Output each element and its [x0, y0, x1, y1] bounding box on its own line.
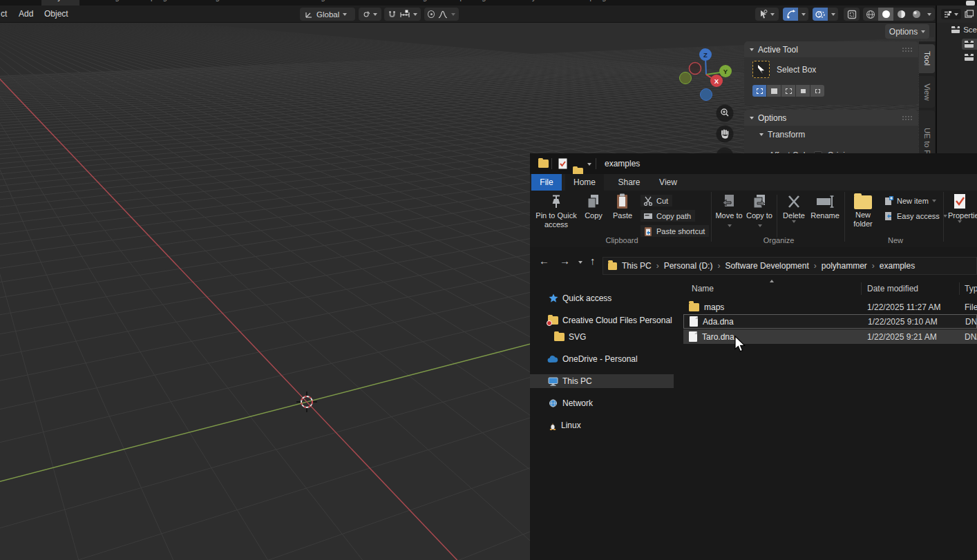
workspace-tab-uv-editing[interactable]: UV Editing	[176, 0, 227, 6]
copy-button[interactable]: Copy	[580, 193, 607, 220]
workspace-tab-texture-paint[interactable]: Texture Paint	[229, 0, 288, 6]
pivot-point-dropdown[interactable]	[359, 8, 381, 21]
column-header-date-modified[interactable]: Date modified	[867, 284, 918, 293]
rename-button[interactable]: Rename	[808, 193, 842, 220]
sidebar-item-creative-cloud[interactable]: Creative Cloud Files Personal A	[530, 313, 674, 327]
outliner-filter-dropdown[interactable]	[941, 9, 961, 19]
gizmo-minus-x-axis[interactable]	[690, 63, 701, 75]
new-collection-icon[interactable]	[965, 10, 974, 19]
gizmo-minus-y-axis[interactable]	[680, 73, 692, 84]
menu-add[interactable]: Add	[19, 9, 33, 19]
move-to-button[interactable]: Move to	[714, 193, 743, 229]
sidebar-item-linux[interactable]: Linux	[530, 418, 674, 432]
tab-share[interactable]: Share	[611, 174, 647, 191]
clipboard-group-label: Clipboard	[535, 236, 708, 244]
back-button[interactable]: ←	[539, 255, 549, 267]
cut-button[interactable]: Cut	[641, 195, 672, 206]
properties-button[interactable]: Properties	[948, 193, 977, 223]
copy-to-button[interactable]: Copy to	[745, 193, 774, 229]
tab-tool[interactable]: Tool	[919, 44, 935, 73]
paste-button[interactable]: Paste	[609, 193, 636, 220]
file-row-ada-selected[interactable]: Ada.dna 1/22/2025 9:10 AM DNA File	[683, 314, 977, 329]
zoom-button[interactable]	[717, 105, 734, 122]
sidebar-item-network[interactable]: Network	[530, 396, 674, 410]
sidebar-item-onedrive[interactable]: OneDrive - Personal	[530, 352, 674, 366]
shading-wireframe-button[interactable]	[863, 8, 878, 21]
file-row-maps[interactable]: maps 1/22/2025 11:27 AM File folder	[683, 300, 977, 314]
outliner-collection-row-selected[interactable]	[962, 39, 977, 50]
workspace-tab-add[interactable]: +	[615, 0, 634, 6]
paste-shortcut-button[interactable]: Paste shortcut	[641, 225, 709, 237]
select-mode-new[interactable]	[752, 85, 766, 97]
column-divider[interactable]	[959, 282, 960, 295]
navigation-gizmo[interactable]: Z Y X	[667, 38, 743, 162]
tab-home[interactable]: Home	[565, 174, 604, 191]
workspace-tab-sculpting[interactable]: Sculpting	[129, 0, 175, 6]
new-item-button[interactable]: New item	[881, 195, 940, 206]
workspace-tab-layout[interactable]: Layout	[41, 0, 79, 6]
tab-view[interactable]: View	[652, 174, 684, 191]
workspace-tab-shading[interactable]: Shading	[290, 0, 332, 6]
workspace-tab-modeling[interactable]: Modeling	[81, 0, 127, 6]
gizmos-toggle[interactable]	[783, 8, 808, 21]
transform-subpanel-header[interactable]: Transform	[759, 130, 805, 139]
qat-customize-chevron-icon[interactable]	[587, 163, 591, 166]
up-button[interactable]: ↑	[590, 255, 596, 267]
shading-material-button[interactable]	[893, 8, 909, 21]
xray-toggle[interactable]	[844, 8, 860, 21]
overlays-toggle[interactable]	[813, 8, 838, 21]
viewport-options-button[interactable]: Options	[885, 24, 929, 39]
breadcrumb-software-development[interactable]: Software Development	[720, 261, 813, 271]
pin-to-quick-access-button[interactable]: Pin to Quick access	[535, 193, 577, 229]
select-mode-extend[interactable]	[767, 85, 781, 97]
tab-file[interactable]: File	[531, 174, 562, 191]
tab-view[interactable]: View	[919, 76, 935, 108]
column-header-type[interactable]: Type	[965, 284, 977, 293]
menu-object[interactable]: Object	[44, 9, 68, 19]
workspace-tab-compositing[interactable]: Compositing	[436, 0, 493, 6]
sidebar-item-quick-access[interactable]: Quick access	[530, 291, 674, 305]
snap-controls[interactable]	[384, 8, 421, 21]
breadcrumb-this-pc[interactable]: This PC	[617, 261, 656, 271]
file-row-taro-hover[interactable]: Taro.dna 1/22/2025 9:21 AM DNA File	[683, 329, 977, 344]
outliner-scene-row[interactable]: Sce	[951, 26, 977, 34]
outliner-collection-row[interactable]	[965, 54, 977, 61]
sidebar-item-this-pc[interactable]: This PC	[530, 374, 674, 388]
active-tool-panel-header[interactable]: Active Tool	[744, 41, 918, 57]
breadcrumb-polyhammer[interactable]: polyhammer	[817, 261, 872, 271]
transform-orientation-dropdown[interactable]: Global	[300, 8, 355, 21]
easy-access-button[interactable]: Easy access	[881, 210, 951, 222]
copy-path-button[interactable]: Copy path	[641, 210, 695, 222]
breadcrumb-examples[interactable]: examples	[875, 261, 920, 271]
panel-grip[interactable]	[902, 47, 913, 52]
pan-button[interactable]	[717, 126, 734, 143]
column-header-name[interactable]: Name	[692, 284, 714, 293]
gizmo-minus-z-axis[interactable]	[701, 89, 712, 101]
delete-button[interactable]: Delete	[779, 193, 808, 223]
workspace-tab-geometry-nodes[interactable]: Geometry Nodes	[495, 0, 567, 6]
shading-rendered-button[interactable]	[909, 8, 924, 21]
column-divider[interactable]	[861, 282, 862, 295]
proportional-editing-controls[interactable]	[424, 8, 459, 21]
workspace-tab-scripting[interactable]: Scripting	[569, 0, 614, 6]
qat-properties-icon[interactable]	[558, 158, 567, 169]
select-mode-subtract[interactable]	[781, 85, 795, 97]
recent-locations-chevron[interactable]	[578, 261, 582, 264]
select-mode-invert[interactable]	[796, 85, 810, 97]
workspace-tab-rendering[interactable]: Rendering	[384, 0, 435, 6]
options-panel-header[interactable]: Options	[744, 110, 918, 126]
breadcrumb-personal-d[interactable]: Personal (D:)	[659, 261, 718, 271]
forward-button[interactable]: →	[560, 255, 570, 267]
show-object-types-dropdown[interactable]	[755, 8, 779, 21]
menu-select-partial[interactable]: ct	[1, 9, 7, 19]
new-folder-button[interactable]: New folder	[848, 193, 878, 229]
shading-solid-button[interactable]	[878, 8, 893, 21]
file-name: Taro.dna	[702, 332, 734, 342]
select-mode-intersect[interactable]	[810, 85, 824, 97]
wireframe-icon	[866, 10, 875, 19]
panel-grip[interactable]	[902, 115, 913, 120]
workspace-tab-animation[interactable]: Animation	[334, 0, 383, 6]
address-box[interactable]: This PC › Personal (D:) › Software Devel…	[603, 257, 977, 275]
sidebar-item-svg[interactable]: SVG	[530, 330, 674, 344]
select-box-tool-button[interactable]	[752, 61, 770, 78]
